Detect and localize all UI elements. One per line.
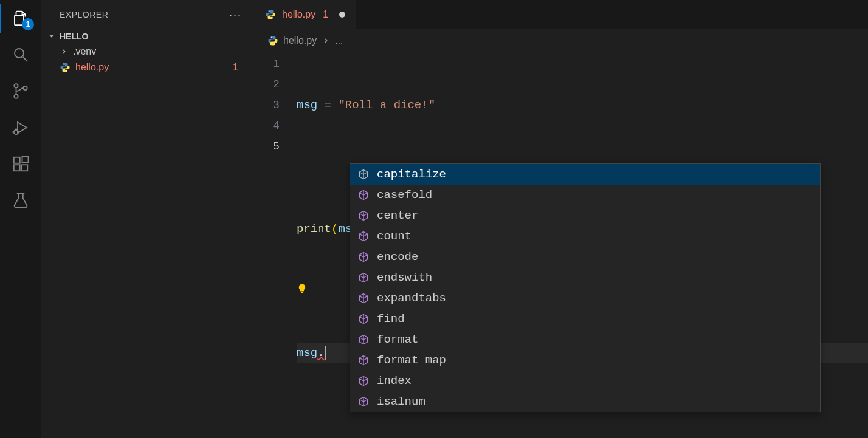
suggest-item[interactable]: expandtabs	[350, 288, 820, 309]
svg-rect-13	[21, 165, 27, 171]
line-number: 4	[254, 115, 280, 136]
line-number: 5	[254, 136, 280, 157]
suggest-label: encode	[377, 250, 418, 264]
tree-item-label: .venv	[73, 46, 96, 57]
suggest-label: center	[377, 209, 418, 222]
method-icon	[357, 375, 370, 387]
explorer-sidebar: EXPLORER ··· HELLO .venv hello.py 1	[41, 0, 254, 438]
sidebar-header: EXPLORER ···	[41, 0, 254, 29]
svg-point-18	[269, 11, 269, 12]
chevron-right-icon	[322, 36, 330, 45]
method-icon	[357, 210, 370, 222]
tree-file-hello[interactable]: hello.py 1	[52, 60, 254, 75]
explorer-badge: 1	[22, 18, 34, 30]
method-icon	[357, 313, 370, 325]
sidebar-title: EXPLORER	[60, 10, 108, 19]
svg-rect-12	[14, 165, 20, 171]
tab-error-badge: 1	[323, 9, 328, 20]
explorer-icon[interactable]: 1	[11, 9, 30, 28]
suggest-item[interactable]: isalnum	[350, 391, 820, 412]
error-count: 1	[233, 62, 248, 73]
svg-point-19	[272, 18, 272, 18]
suggest-label: endswith	[377, 271, 432, 284]
chevron-down-icon	[47, 32, 56, 41]
breadcrumb-file[interactable]: hello.py	[283, 35, 317, 46]
svg-point-16	[63, 64, 64, 64]
python-icon	[265, 9, 276, 20]
python-icon	[267, 35, 278, 46]
suggest-widget[interactable]: capitalize casefold center count encode …	[350, 163, 821, 412]
suggest-item[interactable]: count	[350, 226, 820, 247]
suggest-item[interactable]: endswith	[350, 267, 820, 288]
line-gutter: 1 2 3 4 5	[254, 52, 297, 438]
method-icon	[357, 251, 370, 263]
tree-item-label: hello.py	[75, 62, 109, 73]
line-number: 2	[254, 74, 280, 95]
method-icon	[357, 189, 370, 201]
chevron-right-icon	[60, 47, 68, 56]
suggest-item[interactable]: find	[350, 309, 820, 329]
code-editor[interactable]: 1 2 3 4 5 msg = "Roll a dice!" print(msg…	[254, 52, 868, 438]
tab-hello[interactable]: hello.py 1	[254, 0, 357, 29]
run-debug-icon[interactable]	[11, 118, 30, 137]
line-number: 1	[254, 53, 280, 74]
code-line[interactable]: msg = "Roll a dice!"	[297, 95, 868, 115]
tree-folder-venv[interactable]: .venv	[52, 44, 254, 60]
svg-marker-6	[18, 122, 27, 133]
line-number: 3	[254, 95, 280, 115]
svg-point-3	[14, 84, 18, 87]
method-icon	[357, 292, 370, 304]
svg-line-2	[23, 57, 28, 62]
editor-region: hello.py 1 hello.py ... 1 2 3 4 5 msg = …	[254, 0, 868, 438]
suggest-label: find	[377, 312, 405, 326]
tab-bar: hello.py 1	[254, 0, 868, 29]
suggest-label: format_map	[377, 354, 446, 367]
testing-icon[interactable]	[11, 191, 30, 210]
python-icon	[60, 62, 71, 73]
suggest-item[interactable]: capitalize	[350, 164, 820, 185]
breadcrumb-more[interactable]: ...	[335, 35, 343, 46]
svg-point-5	[23, 86, 27, 90]
file-tree: .venv hello.py 1	[41, 44, 254, 75]
suggest-label: index	[377, 374, 412, 388]
method-icon	[357, 272, 370, 284]
suggest-label: count	[377, 230, 412, 243]
text-cursor	[325, 346, 326, 360]
suggest-item[interactable]: casefold	[350, 185, 820, 205]
folder-name: HELLO	[60, 32, 88, 41]
suggest-label: casefold	[377, 188, 432, 202]
method-icon	[357, 354, 370, 366]
svg-point-20	[271, 37, 272, 38]
sidebar-more-icon[interactable]: ···	[229, 9, 242, 21]
suggest-item[interactable]: encode	[350, 247, 820, 267]
suggest-label: capitalize	[377, 168, 446, 181]
svg-point-21	[274, 44, 275, 44]
suggest-label: isalnum	[377, 395, 425, 408]
method-icon	[357, 334, 370, 346]
tab-label: hello.py	[282, 9, 315, 20]
breadcrumbs[interactable]: hello.py ...	[254, 29, 868, 52]
method-icon	[357, 168, 370, 180]
method-icon	[357, 395, 370, 408]
svg-point-4	[14, 95, 18, 98]
suggest-item[interactable]: format	[350, 329, 820, 350]
folder-header[interactable]: HELLO	[41, 29, 254, 44]
lightbulb-icon[interactable]	[297, 283, 308, 294]
source-control-icon[interactable]	[11, 81, 30, 101]
dirty-indicator-icon[interactable]	[339, 12, 345, 18]
svg-point-1	[15, 49, 24, 58]
suggest-label: expandtabs	[377, 292, 446, 305]
svg-point-17	[66, 70, 67, 71]
svg-rect-14	[22, 157, 29, 163]
search-icon[interactable]	[11, 45, 30, 64]
svg-rect-11	[14, 157, 20, 163]
suggest-item[interactable]: format_map	[350, 350, 820, 371]
activity-bar: 1	[0, 0, 41, 438]
suggest-label: format	[377, 333, 418, 346]
extensions-icon[interactable]	[11, 154, 30, 174]
suggest-item[interactable]: index	[350, 371, 820, 391]
suggest-item[interactable]: center	[350, 205, 820, 226]
method-icon	[357, 230, 370, 242]
